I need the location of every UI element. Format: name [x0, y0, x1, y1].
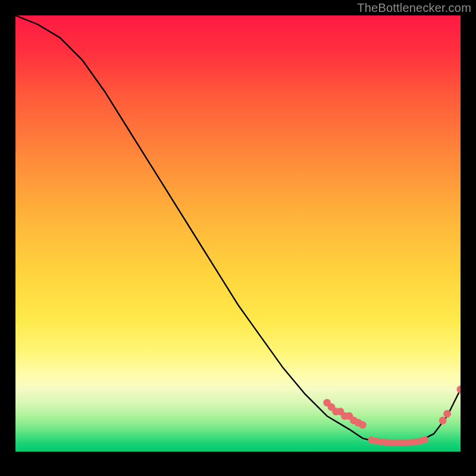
data-points-group	[323, 386, 461, 446]
data-point	[457, 386, 461, 393]
curve-layer	[15, 15, 461, 461]
data-point	[439, 416, 447, 424]
plot-area	[15, 15, 461, 461]
data-point	[421, 436, 428, 443]
data-point	[443, 410, 451, 418]
data-point	[359, 421, 367, 429]
bottleneck-curve-path	[15, 15, 461, 443]
chart-container: TheBottlenecker.com	[0, 0, 476, 476]
watermark-text: TheBottlenecker.com	[357, 1, 471, 15]
